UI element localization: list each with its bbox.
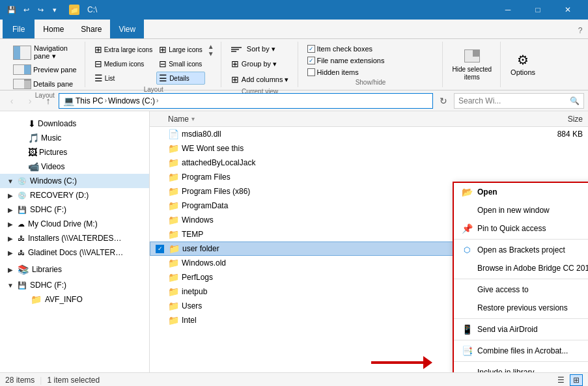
up-btn[interactable]: ↑ — [40, 93, 56, 109]
group-by-btn[interactable]: ⊞ Group by ▾ — [228, 57, 280, 71]
libraries-label: Libraries — [32, 265, 62, 274]
redo-btn[interactable]: ↪ — [34, 3, 47, 16]
tab-home[interactable]: Home — [35, 19, 72, 38]
undo-btn[interactable]: ↩ — [20, 3, 33, 16]
ctx-sep-2 — [454, 279, 588, 279]
ctx-open-brackets[interactable]: ⬡ Open as Brackets project — [454, 241, 588, 259]
list-btn[interactable]: ☰ List — [92, 72, 155, 85]
ctx-open-new-window[interactable]: Open in new window — [454, 201, 588, 219]
ctx-combine-acrobat[interactable]: 📑 Combine files in Acrobat... — [454, 342, 588, 360]
file-icon: 📁 — [168, 172, 179, 182]
quick-save-btn[interactable]: 💾 — [5, 3, 18, 16]
nav-pane-btn[interactable]: Navigationpane ▾ — [10, 43, 70, 62]
tab-share[interactable]: Share — [72, 19, 110, 38]
file-row[interactable]: 📁 WE Wont see this — [150, 141, 588, 156]
hide-selected-content: Hide selecteditems — [449, 43, 496, 85]
file-name-extensions-btn[interactable]: File name extensions — [305, 55, 387, 66]
tab-file[interactable]: File — [3, 19, 35, 38]
ribbon-group-layout: ⊞ Extra large icons ⊞ Large icons ⊟ Medi… — [87, 42, 221, 87]
nav-item-windows-c[interactable]: ▼ 💿 Windows (C:) — [0, 174, 149, 188]
maximize-btn[interactable]: □ — [523, 0, 553, 20]
status-bar: 28 items | 1 item selected ☰ ⊞ — [0, 372, 588, 386]
layout-scroll[interactable]: ▲ ▼ — [208, 43, 216, 57]
search-input[interactable] — [458, 96, 567, 105]
nav-item-gladinet[interactable]: ▶ 🖧 Gladinet Docs (\\VALTERDESKT — [0, 245, 149, 260]
back-btn[interactable]: ‹ — [4, 93, 20, 109]
small-icons-btn[interactable]: ⊟ Small icons — [156, 57, 205, 70]
file-extensions-icon — [307, 57, 315, 64]
layout-content: ⊞ Extra large icons ⊞ Large icons ⊟ Medi… — [92, 43, 216, 85]
details-pane-icon — [13, 79, 31, 89]
nav-item-videos[interactable]: 📹 Videos — [0, 159, 149, 174]
nav-item-libraries[interactable]: ▶ 📚 Libraries — [0, 262, 149, 277]
add-columns-btn[interactable]: ⊞ Add columns ▾ — [228, 72, 292, 87]
ctx-browse-bridge[interactable]: Browse in Adobe Bridge CC 2018 — [454, 259, 588, 277]
path-thispc[interactable]: This PC — [76, 96, 104, 105]
ctx-airdroid-label: Send via AirDroid — [477, 325, 588, 334]
downloads-icon: ⬇ — [28, 118, 36, 129]
details-btn[interactable]: ☰ Details — [156, 72, 205, 85]
ctx-pin-qa-label: Pin to Quick access — [477, 224, 588, 233]
close-btn[interactable]: ✕ — [553, 0, 583, 20]
context-menu: 📂 Open Open in new window 📌 Pin to Quick… — [453, 182, 588, 372]
help-btn[interactable]: ? — [572, 23, 588, 38]
ctx-open-label: Open — [477, 187, 588, 197]
medium-icons-btn[interactable]: ⊟ Medium icons — [92, 57, 155, 70]
search-box[interactable]: 🔍 — [454, 93, 584, 109]
file-name: attachedByLocalJack — [182, 158, 536, 167]
forward-btn[interactable]: › — [22, 93, 38, 109]
sort-by-btn[interactable]: Sort by ▾ — [228, 43, 279, 55]
nav-item-cloud-drive[interactable]: ▶ ☁ My Cloud Drive (M:) — [0, 217, 149, 231]
ctx-acrobat-label: Combine files in Acrobat... — [477, 346, 588, 355]
ctx-restore-previous[interactable]: Restore previous versions — [454, 299, 588, 317]
ctx-sep-5 — [454, 361, 588, 362]
ctx-send-airdroid[interactable]: 📱 Send via AirDroid — [454, 320, 588, 338]
file-row[interactable]: 📁 attachedByLocalJack — [150, 156, 588, 170]
item-checkboxes-btn[interactable]: Item check boxes — [305, 44, 376, 54]
nav-item-downloads[interactable]: ⬇ Downloads — [0, 117, 149, 131]
file-row[interactable]: 📄 msdia80.dll 884 KB — [150, 127, 588, 141]
nav-item-recovery-d[interactable]: ▶ 💿 RECOVERY (D:) — [0, 188, 149, 202]
ctx-open[interactable]: 📂 Open — [454, 183, 588, 201]
hidden-items-btn[interactable]: Hidden items — [305, 67, 361, 77]
ctx-include-library[interactable]: Include in library › — [454, 363, 588, 372]
nav-item-installers[interactable]: ▶ 🖧 Installers (\\VALTERDESKTOP) ( — [0, 231, 149, 245]
header-name-col[interactable]: Name ▾ — [168, 115, 536, 124]
nav-item-sdhc-f[interactable]: ▶ 💾 SDHC (F:) — [0, 202, 149, 217]
address-path[interactable]: 💻 This PC › Windows (C:) › — [59, 93, 433, 109]
large-icons-btn[interactable]: ⊞ Large icons — [156, 43, 205, 56]
path-windows-c[interactable]: Windows (C:) — [108, 96, 155, 105]
minimize-btn[interactable]: ─ — [493, 0, 523, 20]
large-view-toggle[interactable]: ⊞ — [570, 374, 583, 386]
nav-item-pictures[interactable]: 🖼 Pictures — [0, 145, 149, 159]
preview-pane-btn[interactable]: Preview pane — [10, 63, 79, 76]
ctx-pin-quick-access[interactable]: 📌 Pin to Quick access — [454, 219, 588, 238]
videos-label: Videos — [41, 162, 64, 171]
hide-selected-btn[interactable]: Hide selecteditems — [449, 45, 496, 83]
header-size-col[interactable]: Size — [536, 115, 588, 124]
nav-item-music[interactable]: 🎵 Music — [0, 131, 149, 145]
details-pane-label: Details pane — [33, 80, 73, 88]
show-hide-content: Item check boxes File name extensions Hi… — [305, 43, 437, 77]
qa-dropdown[interactable]: ▾ — [48, 3, 61, 16]
options-btn[interactable]: ⚙ Options — [507, 50, 539, 78]
installers-label: Installers (\\VALTERDESKTOP) ( — [28, 234, 126, 243]
details-pane-btn[interactable]: Details pane — [10, 77, 76, 90]
recovery-d-icon: 💿 — [18, 191, 27, 200]
tab-view[interactable]: View — [110, 19, 144, 38]
file-icon: 📁 — [168, 258, 179, 268]
layout-scroll-down[interactable]: ▼ — [208, 50, 216, 57]
cloud-drive-icon: ☁ — [18, 220, 25, 228]
windows-c-label: Windows (C:) — [30, 176, 77, 186]
sdhc-f2-label: SDHC (F:) — [30, 281, 66, 290]
user-folder-checkbox[interactable]: ✓ — [156, 245, 164, 253]
nav-item-sdhc-f2[interactable]: ▼ 💾 SDHC (F:) — [0, 278, 149, 292]
extra-large-icons-btn[interactable]: ⊞ Extra large icons — [92, 43, 155, 56]
refresh-btn[interactable]: ↻ — [436, 93, 451, 109]
ctx-give-access[interactable]: Give access to › — [454, 281, 588, 299]
layout-scroll-up[interactable]: ▲ — [208, 43, 216, 50]
search-icon[interactable]: 🔍 — [570, 96, 580, 105]
airdroid-icon: 📱 — [462, 324, 472, 335]
details-view-toggle[interactable]: ☰ — [554, 374, 567, 386]
nav-item-avf-info[interactable]: 📁 AVF_INFO — [0, 292, 149, 307]
